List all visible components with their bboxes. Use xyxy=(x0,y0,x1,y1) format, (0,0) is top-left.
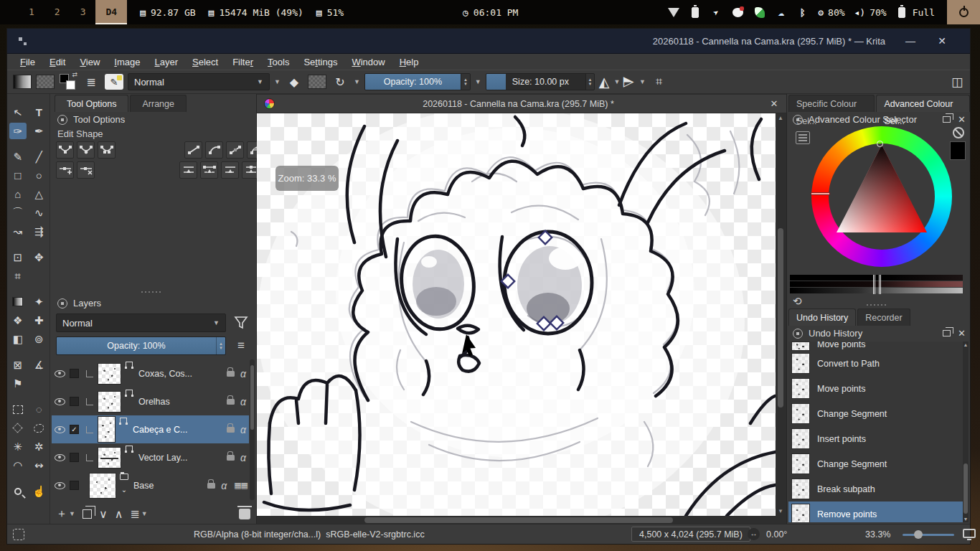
color-sampler-tool[interactable]: ✦ xyxy=(29,293,50,310)
close-button[interactable]: ✕ xyxy=(930,29,954,54)
zoom-tool[interactable] xyxy=(7,483,29,499)
pattern-chooser[interactable] xyxy=(36,75,55,89)
blend-extra-caret-icon[interactable]: ▼ xyxy=(274,78,281,85)
rectangular-select-tool[interactable] xyxy=(7,401,29,418)
layer-name[interactable]: Cabeça e C... xyxy=(133,425,222,435)
layer-row[interactable]: ✓ ⌄ Base α ▦▦ xyxy=(52,471,249,499)
layer-lock-icon[interactable] xyxy=(227,455,235,461)
lock-docker-icon[interactable] xyxy=(793,329,803,339)
text-tool[interactable]: T xyxy=(29,104,50,121)
layer-name[interactable]: Coxas, Cos... xyxy=(138,369,222,379)
layer-alpha-icon[interactable]: α xyxy=(221,480,227,491)
float-docker-icon[interactable] xyxy=(943,330,951,336)
layer-lock-icon[interactable] xyxy=(227,371,235,377)
undo-list-scrollbar[interactable]: ▲ ▼ xyxy=(963,342,969,522)
menu-item[interactable]: Layer xyxy=(147,55,185,70)
layer-visibility-icon[interactable] xyxy=(55,370,65,377)
menu-item[interactable]: Window xyxy=(344,55,392,70)
lock-docker-icon[interactable] xyxy=(57,298,67,309)
preserve-alpha-button[interactable] xyxy=(308,75,326,89)
zoom-slider[interactable] xyxy=(903,534,954,536)
menu-item[interactable]: Image xyxy=(107,55,147,70)
insert-point-button[interactable] xyxy=(56,161,74,179)
no-color-icon[interactable] xyxy=(953,127,964,138)
scroll-up-icon[interactable]: ▲ xyxy=(963,342,969,347)
ellipse-tool[interactable]: ○ xyxy=(29,167,50,184)
workspace-button[interactable]: 1 xyxy=(19,0,44,24)
layer-alpha-icon[interactable]: α xyxy=(240,452,246,463)
menu-item[interactable]: Select xyxy=(185,55,225,70)
convert-to-line-button[interactable] xyxy=(226,141,244,159)
wifi-icon[interactable] xyxy=(667,6,679,19)
pattern-edit-tool[interactable]: ❖ xyxy=(7,312,29,329)
color-wheel[interactable] xyxy=(811,126,952,267)
mirror-vertical-caret-icon[interactable]: ▼ xyxy=(639,78,646,85)
workspace-button[interactable]: D4 xyxy=(95,0,127,24)
multibrush-tool[interactable]: ⇶ xyxy=(29,223,50,240)
workspace-button[interactable]: 2 xyxy=(44,0,70,24)
elliptical-select-tool[interactable]: ◌ xyxy=(29,401,50,418)
reload-preset-button[interactable]: ↻ xyxy=(331,73,349,90)
layer-lock-icon[interactable] xyxy=(227,427,235,433)
polygonal-select-tool[interactable] xyxy=(7,420,29,436)
layer-checkbox[interactable]: ✓ xyxy=(70,397,79,406)
undo-history-item[interactable]: Change Segment xyxy=(788,451,963,476)
image-size-status[interactable]: 4,500 x 4,024 (295.7 MiB) xyxy=(631,527,750,542)
menu-item[interactable]: Help xyxy=(392,55,426,70)
menu-item[interactable]: Tools xyxy=(260,55,296,70)
zoom-status[interactable]: 33.3% xyxy=(865,524,890,545)
lock-docker-icon[interactable] xyxy=(793,115,803,125)
contiguous-select-tool[interactable]: ✳ xyxy=(7,438,29,455)
discord-icon[interactable] xyxy=(732,6,744,19)
brightness-indicator[interactable]: ⚙80% xyxy=(818,7,844,18)
tool-options-docker-header[interactable]: Tool Options xyxy=(57,114,249,125)
remove-point-button[interactable] xyxy=(77,161,95,179)
menu-item[interactable]: Edit xyxy=(42,55,72,70)
layer-row[interactable]: ✓ ⌄ Vector Lay... α ▦▦ xyxy=(52,443,249,471)
freehand-brush-tool[interactable]: ✎ xyxy=(7,149,29,165)
layer-alpha-icon[interactable]: α xyxy=(240,424,246,435)
bezier-select-tool[interactable]: ◠ xyxy=(7,457,29,474)
float-docker-icon[interactable] xyxy=(943,116,951,123)
enclose-fill-tool[interactable]: ⊚ xyxy=(29,331,50,347)
dynamic-brush-tool[interactable]: ↝ xyxy=(7,223,29,240)
undo-history-item[interactable]: Break subpath xyxy=(788,476,963,501)
undo-history-docker-header[interactable]: Undo History ✕ xyxy=(793,328,966,339)
polyline-tool[interactable]: △ xyxy=(29,186,50,202)
layer-passthrough-icon[interactable]: ▦▦ xyxy=(234,481,248,490)
eraser-mode-button[interactable]: ◆ xyxy=(285,73,303,90)
close-docker-icon[interactable]: ✕ xyxy=(958,328,966,339)
blending-mode-select[interactable]: Normal▼ xyxy=(128,73,270,90)
bezier-curve-tool[interactable]: ⌒ xyxy=(7,204,29,221)
color-selector-docker-header[interactable]: Advanced Colour Selector ✕ xyxy=(793,114,966,125)
zoom-slider-handle[interactable] xyxy=(914,530,923,539)
bluetooth-icon[interactable]: ᛒ xyxy=(796,6,809,19)
add-layer-button[interactable]: ＋▼ xyxy=(56,507,75,522)
layer-checkbox[interactable]: ✓ xyxy=(70,425,79,434)
layer-visibility-icon[interactable] xyxy=(55,398,65,405)
rectangle-tool[interactable]: □ xyxy=(7,167,29,184)
rotation-status[interactable]: 0.00° xyxy=(766,524,787,545)
telegram-icon[interactable]: ➤ xyxy=(708,4,725,21)
calligraphy-tool[interactable]: ✒ xyxy=(29,123,50,139)
line-tool[interactable]: ╱ xyxy=(29,149,50,165)
move-tool[interactable]: ✥ xyxy=(29,249,50,265)
dock-tab[interactable]: Undo History xyxy=(788,309,856,326)
layer-properties-button[interactable]: ≣▼ xyxy=(130,507,147,521)
dock-tab[interactable]: Tool Options xyxy=(55,95,128,112)
layer-filter-button[interactable] xyxy=(232,314,250,332)
menu-item[interactable]: View xyxy=(72,55,107,70)
canvas-vertical-scrollbar[interactable]: ▲ ▼ xyxy=(777,113,784,516)
cloud-icon[interactable]: ☁ xyxy=(775,6,787,19)
scroll-up-icon[interactable]: ▲ xyxy=(777,115,784,121)
select-shapes-tool[interactable]: ↖ xyxy=(6,103,29,123)
mirror-horizontal-caret-icon[interactable]: ▼ xyxy=(613,78,620,85)
mirror-vertical-button[interactable]: ◭ xyxy=(621,77,638,88)
layer-checkbox[interactable]: ✓ xyxy=(70,481,79,490)
window-titlebar[interactable]: 20260118 - Cannella na Cama.kra (295.7 M… xyxy=(7,29,970,54)
selection-shape-icon[interactable] xyxy=(13,529,24,540)
color-triangle[interactable] xyxy=(833,143,930,234)
smart-patch-tool[interactable]: ✚ xyxy=(29,312,50,329)
opacity-spinner[interactable]: ▲▼ xyxy=(461,74,470,90)
undo-history-item[interactable]: Convert to Path xyxy=(788,351,963,376)
